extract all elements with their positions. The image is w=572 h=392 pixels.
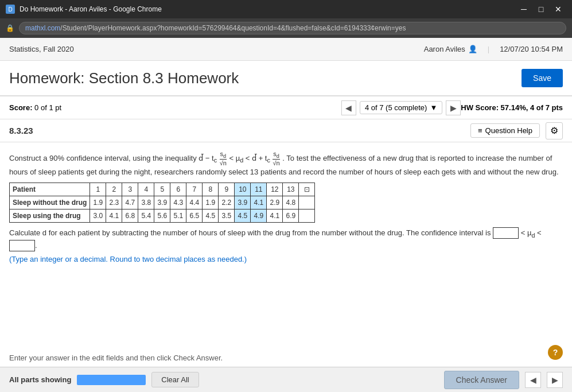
- prev-question-button[interactable]: ◀: [341, 100, 356, 115]
- title-bar: D Do Homework - Aaron Aviles - Google Ch…: [0, 0, 572, 18]
- cell-wo-8: 1.9: [203, 196, 219, 209]
- url-path: /Student/PlayerHomework.aspx?homeworkId=…: [60, 24, 406, 32]
- next-question-button[interactable]: ▶: [446, 100, 461, 115]
- table-header-4: 4: [138, 183, 154, 196]
- cell-wo-4: 3.8: [138, 196, 154, 209]
- url-domain: mathxl.com: [25, 24, 60, 32]
- hw-score-value: 57.14%, 4 of 7 pts: [501, 103, 563, 112]
- separator: |: [488, 45, 489, 53]
- course-title: Statistics, Fall 2020: [9, 45, 74, 53]
- clear-all-button[interactable]: Clear All: [151, 372, 199, 387]
- cell-w-3: 6.8: [122, 209, 138, 222]
- cell-w-7: 6.5: [186, 209, 203, 222]
- date-time: 12/07/20 10:54 PM: [500, 45, 563, 53]
- save-button[interactable]: Save: [522, 69, 563, 87]
- help-circle-button[interactable]: ?: [548, 345, 563, 360]
- cell-wo-1: 1.9: [90, 196, 106, 209]
- app-header-right: Aaron Aviles 👤 | 12/07/20 10:54 PM: [424, 45, 563, 53]
- row-without-drug-label: Sleep without the drug: [10, 196, 90, 209]
- cell-w-9: 3.5: [219, 209, 235, 222]
- table-row-header: Patient 1 2 3 4 5 6 7 8 9 10 11 12 13 ⊡: [10, 183, 315, 196]
- score-section: Score: 0 of 1 pt: [9, 103, 341, 112]
- table-header-7: 7: [186, 183, 203, 196]
- user-name: Aaron Aviles 👤: [424, 45, 477, 53]
- title-bar-left: D Do Homework - Aaron Aviles - Google Ch…: [6, 5, 162, 14]
- question-text: Construct a 90% confidence interval, usi…: [9, 150, 563, 178]
- score-text: Score: 0 of 1 pt: [9, 103, 61, 112]
- answer-input-2[interactable]: [9, 240, 35, 251]
- data-table: Patient 1 2 3 4 5 6 7 8 9 10 11 12 13 ⊡ …: [9, 183, 315, 223]
- table-header-3: 3: [122, 183, 138, 196]
- cell-wo-11: 4.1: [251, 196, 267, 209]
- table-header-12: 12: [267, 183, 283, 196]
- cell-wo-2: 2.3: [106, 196, 122, 209]
- close-button[interactable]: ✕: [550, 1, 566, 17]
- table-header-1: 1: [90, 183, 106, 196]
- answer-input-1[interactable]: [493, 227, 519, 239]
- cell-w-4: 5.4: [138, 209, 154, 222]
- cell-w-6: 5.1: [170, 209, 186, 222]
- question-help-icon: ≡: [478, 126, 482, 135]
- all-parts-label: All parts showing: [9, 375, 71, 384]
- table-header-13: 13: [283, 183, 299, 196]
- cell-w-1: 3.0: [90, 209, 106, 222]
- table-expand-icon[interactable]: ⊡: [299, 183, 315, 196]
- table-header-9: 9: [219, 183, 235, 196]
- cell-w-8: 4.5: [203, 209, 219, 222]
- minimize-button[interactable]: ─: [516, 1, 532, 17]
- nav-controls: ◀ 4 of 7 (5 complete) ▼ ▶: [341, 100, 461, 115]
- title-bar-title: Do Homework - Aaron Aviles - Google Chro…: [20, 5, 162, 13]
- url-bar[interactable]: mathxl.com/Student/PlayerHomework.aspx?h…: [19, 22, 566, 34]
- table-header-6: 6: [170, 183, 186, 196]
- gear-icon: ⚙: [550, 125, 558, 136]
- cell-w-13: 6.9: [283, 209, 299, 222]
- progress-bar: [77, 375, 146, 385]
- table-header-5: 5: [154, 183, 170, 196]
- type-hint: (Type an integer or a decimal. Round to …: [9, 254, 563, 265]
- hw-score-label: HW Score:: [461, 103, 499, 112]
- title-bar-controls: ─ □ ✕: [516, 1, 566, 17]
- enter-hint: Enter your answer in the edit fields and…: [9, 354, 223, 362]
- cell-wo-10: 3.9: [235, 196, 251, 209]
- cell-w-5: 5.6: [154, 209, 170, 222]
- cell-wo-3: 4.7: [122, 196, 138, 209]
- table-header-11: 11: [251, 183, 267, 196]
- app-header: Statistics, Fall 2020 Aaron Aviles 👤 | 1…: [0, 38, 572, 61]
- row-with-drug-label: Sleep using the drug: [10, 209, 90, 222]
- answer-instruction: Calculate d for each patient by subtract…: [9, 227, 563, 251]
- cell-w-10: 4.5: [235, 209, 251, 222]
- question-number: 8.3.23: [9, 126, 33, 135]
- table-patient-label: Patient: [10, 183, 90, 196]
- score-value: 0 of 1 pt: [34, 103, 61, 112]
- lock-icon: 🔒: [6, 24, 14, 32]
- table-header-2: 2: [106, 183, 122, 196]
- cell-wo-13: 4.8: [283, 196, 299, 209]
- cell-w-11: 4.9: [251, 209, 267, 222]
- browser-icon: D: [6, 5, 15, 14]
- cell-w-12: 4.1: [267, 209, 283, 222]
- next-nav-button[interactable]: ▶: [547, 372, 563, 388]
- cell-wo-5: 3.9: [154, 196, 170, 209]
- homework-title: Homework: Section 8.3 Homework: [9, 69, 239, 87]
- question-header-right: ≡ Question Help ⚙: [470, 122, 563, 139]
- cell-wo-6: 4.3: [170, 196, 186, 209]
- address-bar: 🔒 mathxl.com/Student/PlayerHomework.aspx…: [0, 18, 572, 38]
- score-bar: Score: 0 of 1 pt ◀ 4 of 7 (5 complete) ▼…: [0, 96, 572, 119]
- cell-w-2: 4.1: [106, 209, 122, 222]
- question-content: Construct a 90% confidence interval, usi…: [0, 142, 572, 273]
- table-row-without-drug: Sleep without the drug 1.9 2.3 4.7 3.8 3…: [10, 196, 315, 209]
- question-help-button[interactable]: ≡ Question Help: [470, 123, 540, 138]
- table-row-with-drug: Sleep using the drug 3.0 4.1 6.8 5.4 5.6…: [10, 209, 315, 222]
- check-answer-button[interactable]: Check Answer: [444, 371, 519, 389]
- cell-wo-12: 2.9: [267, 196, 283, 209]
- table-header-10: 10: [235, 183, 251, 196]
- maximize-button[interactable]: □: [533, 1, 549, 17]
- table-header-8: 8: [203, 183, 219, 196]
- settings-button[interactable]: ⚙: [546, 122, 563, 139]
- prev-nav-button[interactable]: ◀: [525, 372, 541, 388]
- cell-wo-9: 2.2: [219, 196, 235, 209]
- cell-wo-7: 4.4: [186, 196, 203, 209]
- hw-title-bar: Homework: Section 8.3 Homework Save: [0, 61, 572, 96]
- hw-score-section: HW Score: 57.14%, 4 of 7 pts: [461, 103, 563, 112]
- question-nav-dropdown[interactable]: 4 of 7 (5 complete) ▼: [360, 101, 442, 114]
